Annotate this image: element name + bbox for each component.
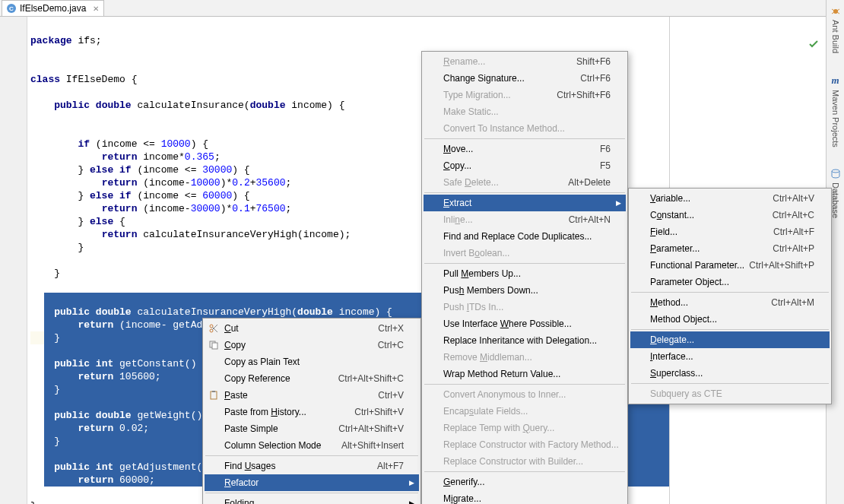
maven-button[interactable]: m Maven Projects (831, 71, 840, 151)
menu-generify[interactable]: Generify... (424, 474, 626, 490)
menu-push-itd[interactable]: Push ITDs In... (424, 299, 626, 315)
java-class-icon: C (7, 4, 16, 13)
close-icon[interactable]: ✕ (93, 5, 99, 13)
maven-icon: m (831, 74, 839, 87)
svg-point-0 (833, 9, 838, 14)
scissors-icon (208, 322, 220, 334)
menu-extract-method-object[interactable]: Method Object... (630, 311, 830, 328)
menu-extract-subquery[interactable]: Subquery as CTE (630, 385, 830, 402)
copy-icon (208, 339, 220, 351)
menu-paste[interactable]: PasteCtrl+V (205, 387, 419, 404)
menu-extract-variable[interactable]: Variable...Ctrl+Alt+V (630, 190, 830, 207)
ant-icon (830, 6, 841, 17)
refactor-submenu: Rename...Shift+F6 Change Signature...Ctr… (421, 51, 628, 504)
menu-inline[interactable]: Inline...Ctrl+Alt+N (424, 211, 626, 228)
menu-find-usages[interactable]: Find UsagesAlt+F7 (205, 458, 419, 474)
menu-invert-boolean[interactable]: Invert Boolean... (424, 245, 626, 262)
menu-folding[interactable]: Folding▶ (205, 495, 419, 504)
menu-encapsulate[interactable]: Encapsulate Fields... (424, 403, 626, 420)
menu-refactor[interactable]: Refactor▶ (205, 474, 419, 491)
menu-safe-delete[interactable]: Safe Delete...Alt+Delete (424, 174, 626, 191)
menu-pull-up[interactable]: Pull Members Up... (424, 265, 626, 282)
menu-replace-inheritance[interactable]: Replace Inheritance with Delegation... (424, 332, 626, 349)
menu-replace-builder[interactable]: Replace Constructor with Builder... (424, 453, 626, 470)
menu-copy[interactable]: CopyCtrl+C (205, 337, 419, 353)
menu-make-static[interactable]: Make Static... (424, 103, 626, 120)
menu-paste-simple[interactable]: Paste SimpleCtrl+Alt+Shift+V (205, 420, 419, 437)
menu-extract-interface[interactable]: Interface... (630, 348, 830, 365)
file-tab[interactable]: C IfElseDemo.java ✕ (2, 0, 104, 16)
menu-convert-instance[interactable]: Convert To Instance Method... (424, 120, 626, 137)
menu-convert-anonymous[interactable]: Convert Anonymous to Inner... (424, 386, 626, 403)
ant-build-button[interactable]: Ant Build (830, 3, 841, 56)
menu-change-signature[interactable]: Change Signature...Ctrl+F6 (424, 70, 626, 87)
svg-rect-7 (212, 391, 215, 392)
tab-label: IfElseDemo.java (20, 3, 86, 14)
menu-copy-refactor[interactable]: Copy...F5 (424, 157, 626, 174)
svg-rect-5 (212, 343, 217, 349)
menu-replace-temp[interactable]: Replace Temp with Query... (424, 420, 626, 436)
menu-cut[interactable]: CutCtrl+X (205, 320, 419, 337)
menu-push-down[interactable]: Push Members Down... (424, 282, 626, 299)
menu-column-selection[interactable]: Column Selection ModeAlt+Shift+Insert (205, 437, 419, 454)
paste-icon (208, 389, 220, 401)
context-menu: CutCtrl+X CopyCtrl+C Copy as Plain Text … (202, 318, 421, 504)
menu-move[interactable]: Move...F6 (424, 141, 626, 157)
menu-paste-history[interactable]: Paste from History...Ctrl+Shift+V (205, 404, 419, 420)
database-icon (830, 169, 841, 179)
menu-extract[interactable]: Extract▶ (424, 195, 626, 211)
menu-wrap-return[interactable]: Wrap Method Return Value... (424, 366, 626, 382)
menu-migrate[interactable]: Migrate... (424, 490, 626, 504)
menu-extract-method[interactable]: Method...Ctrl+Alt+M (630, 294, 830, 311)
gutter (0, 17, 27, 504)
menu-extract-parameter[interactable]: Parameter...Ctrl+Alt+P (630, 240, 830, 257)
extract-submenu: Variable...Ctrl+Alt+V Constant...Ctrl+Al… (628, 188, 832, 404)
menu-extract-superclass[interactable]: Superclass... (630, 365, 830, 382)
menu-rename[interactable]: Rename...Shift+F6 (424, 53, 626, 70)
menu-remove-middleman[interactable]: Remove Middleman... (424, 349, 626, 366)
chevron-right-icon: ▶ (409, 499, 414, 504)
menu-extract-constant[interactable]: Constant...Ctrl+Alt+C (630, 207, 830, 223)
menu-extract-field[interactable]: Field...Ctrl+Alt+F (630, 223, 830, 240)
menu-replace-factory[interactable]: Replace Constructor with Factory Method.… (424, 436, 626, 453)
menu-extract-delegate[interactable]: Delegate... (630, 331, 830, 348)
inspection-ok-icon (809, 40, 818, 49)
chevron-right-icon: ▶ (409, 479, 414, 487)
menu-find-duplicates[interactable]: Find and Replace Code Duplicates... (424, 228, 626, 245)
menu-copy-ref[interactable]: Copy ReferenceCtrl+Alt+Shift+C (205, 370, 419, 387)
menu-extract-parameter-object[interactable]: Parameter Object... (630, 274, 830, 290)
menu-type-migration[interactable]: Type Migration...Ctrl+Shift+F6 (424, 87, 626, 103)
editor-tabbar: C IfElseDemo.java ✕ (0, 0, 844, 17)
menu-use-interface[interactable]: Use Interface Where Possible... (424, 315, 626, 332)
menu-extract-functional-parameter[interactable]: Functional Parameter...Ctrl+Alt+Shift+P (630, 257, 830, 274)
svg-rect-6 (211, 391, 217, 399)
svg-point-1 (832, 170, 839, 173)
chevron-right-icon: ▶ (616, 199, 621, 207)
menu-copy-plain[interactable]: Copy as Plain Text (205, 353, 419, 370)
